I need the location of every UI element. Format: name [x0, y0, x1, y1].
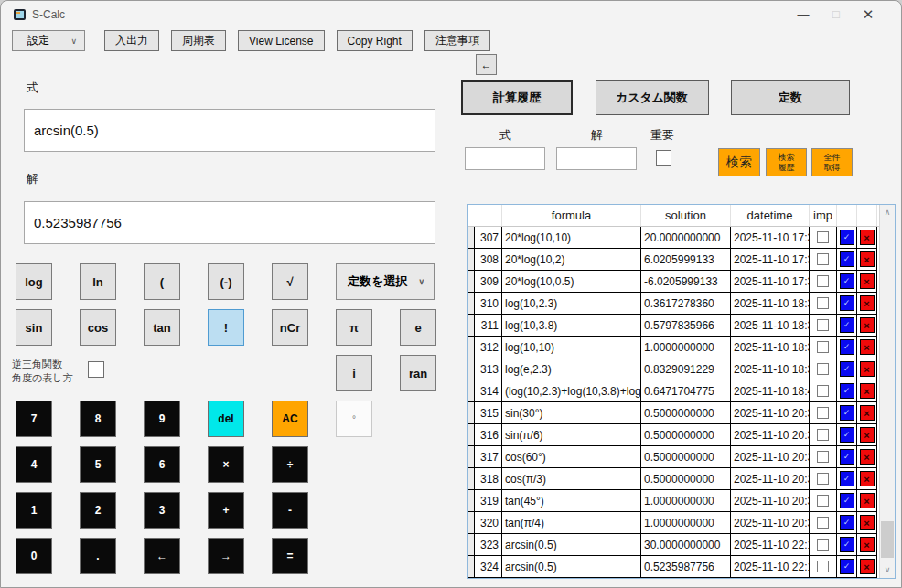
i-key[interactable]: i [336, 355, 372, 391]
pi-key[interactable]: π [336, 309, 372, 346]
row-selector[interactable] [468, 249, 475, 271]
numpad-key-1-1[interactable]: 5 [80, 446, 116, 483]
imp-checkbox[interactable] [817, 253, 829, 265]
func-key-r1-4[interactable]: √ [272, 263, 308, 300]
ran-key[interactable]: ran [400, 355, 436, 391]
row-selector[interactable] [468, 512, 475, 534]
imp-checkbox[interactable] [817, 517, 829, 529]
mark-important-button[interactable]: ✓ [840, 383, 854, 399]
degree-key[interactable]: ° [336, 401, 372, 437]
table-scrollbar[interactable]: ∧ ∨ [879, 205, 895, 578]
numpad-key-3-3[interactable]: → [208, 538, 244, 574]
numpad-key-2-3[interactable]: + [208, 492, 244, 529]
numpad-key-3-4[interactable]: = [272, 538, 308, 574]
mark-important-button[interactable]: ✓ [840, 493, 854, 508]
search-formula-input[interactable] [465, 147, 545, 170]
mark-important-button[interactable]: ✓ [840, 471, 854, 486]
imp-checkbox[interactable] [817, 341, 829, 353]
numpad-key-3-2[interactable]: ← [144, 538, 180, 574]
func-key-r2-0[interactable]: sin [16, 309, 52, 346]
delete-row-button[interactable]: × [860, 361, 875, 377]
search-important-checkbox[interactable] [656, 150, 671, 166]
row-selector[interactable] [468, 424, 475, 446]
row-selector[interactable] [468, 271, 475, 293]
solution-input[interactable] [24, 201, 435, 244]
delete-row-button[interactable]: × [860, 273, 875, 289]
imp-checkbox[interactable] [817, 319, 829, 331]
tab-button-2[interactable]: 定数 [731, 80, 850, 115]
numpad-key-1-3[interactable]: × [208, 446, 244, 483]
delete-row-button[interactable]: × [860, 449, 875, 465]
row-selector[interactable] [468, 556, 475, 578]
numpad-key-1-2[interactable]: 6 [144, 446, 180, 483]
func-key-r1-2[interactable]: ( [144, 263, 180, 300]
mark-important-button[interactable]: ✓ [840, 230, 854, 245]
e-key[interactable]: e [400, 309, 436, 346]
numpad-key-3-0[interactable]: 0 [16, 538, 52, 574]
collapse-panel-button[interactable]: ← [476, 54, 497, 75]
tab-button-0[interactable]: 計算履歴 [461, 80, 573, 115]
menu-button-0[interactable]: 入出力 [104, 30, 159, 51]
func-key-r2-3[interactable]: ! [208, 309, 244, 346]
row-selector[interactable] [468, 293, 475, 315]
row-selector[interactable] [468, 534, 475, 556]
mark-important-button[interactable]: ✓ [840, 559, 854, 574]
delete-row-button[interactable]: × [860, 339, 875, 355]
func-key-r2-2[interactable]: tan [144, 309, 180, 346]
imp-checkbox[interactable] [817, 297, 829, 309]
row-selector[interactable] [468, 337, 475, 358]
numpad-key-1-0[interactable]: 4 [16, 446, 52, 483]
imp-checkbox[interactable] [817, 473, 829, 485]
settings-dropdown[interactable]: 設定 ∨ [12, 30, 85, 51]
mark-important-button[interactable]: ✓ [840, 537, 854, 552]
imp-checkbox[interactable] [817, 407, 829, 419]
imp-checkbox[interactable] [817, 385, 829, 397]
numpad-key-0-3[interactable]: del [208, 401, 244, 437]
menu-button-2[interactable]: View License [238, 30, 325, 51]
func-key-r1-1[interactable]: ln [80, 263, 116, 300]
scrollbar-thumb[interactable] [881, 521, 894, 558]
mark-important-button[interactable]: ✓ [840, 405, 854, 421]
mark-important-button[interactable]: ✓ [840, 251, 854, 267]
tab-button-1[interactable]: カスタム関数 [596, 80, 709, 115]
imp-checkbox[interactable] [817, 275, 829, 287]
mark-important-button[interactable]: ✓ [840, 427, 854, 443]
delete-row-button[interactable]: × [860, 493, 875, 508]
search-button[interactable]: 検索 [718, 148, 760, 176]
func-key-r1-0[interactable]: log [16, 263, 52, 300]
minimize-icon[interactable]: — [789, 5, 817, 25]
delete-row-button[interactable]: × [860, 383, 875, 399]
row-selector[interactable] [468, 227, 475, 249]
row-selector[interactable] [468, 358, 475, 380]
delete-row-button[interactable]: × [860, 251, 875, 267]
imp-checkbox[interactable] [817, 363, 829, 375]
row-selector[interactable] [468, 446, 475, 468]
numpad-key-2-1[interactable]: 2 [80, 492, 116, 529]
inverse-trig-checkbox[interactable] [88, 361, 104, 378]
func-key-r2-1[interactable]: cos [80, 309, 116, 346]
numpad-key-1-4[interactable]: ÷ [272, 446, 308, 483]
close-icon[interactable]: ✕ [854, 5, 882, 25]
row-selector[interactable] [468, 468, 475, 490]
menu-button-1[interactable]: 周期表 [171, 30, 226, 51]
func-key-r1-3[interactable]: (-) [208, 263, 244, 300]
search-history-button[interactable]: 検索 履歴 [766, 148, 807, 176]
func-key-r2-4[interactable]: nCr [272, 309, 308, 346]
row-selector[interactable] [468, 315, 475, 337]
imp-checkbox[interactable] [817, 495, 829, 507]
delete-row-button[interactable]: × [860, 537, 875, 552]
formula-input[interactable] [24, 109, 435, 152]
imp-checkbox[interactable] [817, 451, 829, 463]
imp-checkbox[interactable] [817, 231, 829, 243]
delete-row-button[interactable]: × [860, 427, 875, 443]
mark-important-button[interactable]: ✓ [840, 295, 854, 311]
scroll-up-icon[interactable]: ∧ [880, 205, 895, 220]
imp-checkbox[interactable] [817, 539, 829, 551]
delete-row-button[interactable]: × [860, 515, 875, 530]
numpad-key-2-0[interactable]: 1 [16, 492, 52, 529]
menu-button-3[interactable]: Copy Right [337, 30, 413, 51]
scroll-down-icon[interactable]: ∨ [880, 562, 895, 578]
imp-checkbox[interactable] [817, 429, 829, 441]
mark-important-button[interactable]: ✓ [840, 317, 854, 333]
row-selector[interactable] [468, 490, 475, 512]
